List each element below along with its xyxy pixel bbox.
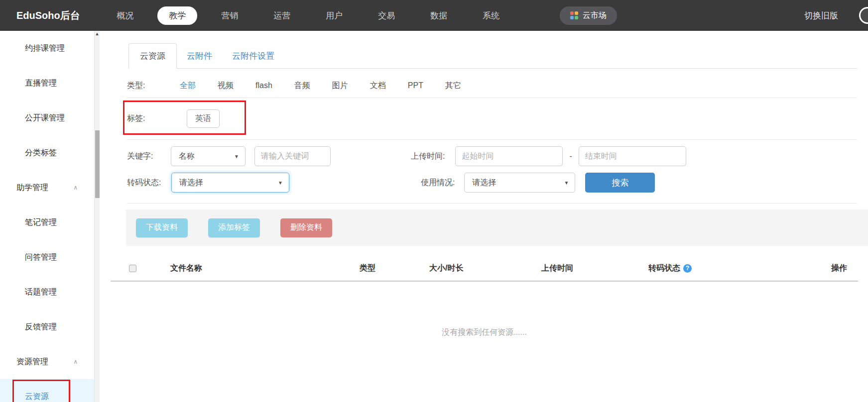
sidebar-group-learning-aid[interactable]: 助学管理∧ <box>0 170 100 205</box>
type-option-image[interactable]: 图片 <box>332 81 348 91</box>
filter-panel: 类型: 全部 视频 flash 音频 图片 文档 PPT 其它 标签: 英语 <box>127 74 857 203</box>
keyword-input[interactable] <box>254 146 331 166</box>
sidebar: 约排课管理 直播管理 公开课管理 分类标签 助学管理∧ 笔记管理 问答管理 话题… <box>0 31 100 402</box>
nav-teaching[interactable]: 教学 <box>151 6 204 25</box>
sidebar-item-booking-management[interactable]: 约排课管理 <box>0 31 100 66</box>
switch-old-version-link[interactable]: 切换旧版 <box>804 10 838 21</box>
tab-cloud-attachments[interactable]: 云附件 <box>177 44 222 68</box>
add-tag-button[interactable]: 添加标签 <box>208 218 260 237</box>
bulk-action-toolbar: 下载资料 添加标签 删除资料 <box>126 209 868 246</box>
tab-bar: 云资源 云附件 云附件设置 <box>128 43 857 69</box>
page: EduSoho后台 概况 教学 营销 运营 用户 交易 数据 系统 云市场 切换… <box>0 0 868 402</box>
start-time-input[interactable] <box>455 146 563 166</box>
collapse-chevron-icon[interactable]: ∧ <box>73 344 78 379</box>
header-checkbox-cell <box>111 265 160 272</box>
divider <box>127 203 857 203</box>
resource-table: 文件名称 类型 大小/时长 上传时间 转码状态 ? 操作 没有搜索到任何资源..… <box>111 256 858 338</box>
brand-logo: EduSoho后台 <box>16 9 80 22</box>
download-resources-button[interactable]: 下载资料 <box>136 218 188 237</box>
type-option-all[interactable]: 全部 <box>180 81 196 91</box>
tag-filter-row: 标签: 英语 <box>127 98 857 139</box>
upload-time-group: 上传时间: - <box>411 146 686 166</box>
scrollbar-thumb[interactable] <box>95 130 100 198</box>
upload-time-label: 上传时间: <box>411 151 445 162</box>
sidebar-item-live-management[interactable]: 直播管理 <box>0 66 100 100</box>
type-option-flash[interactable]: flash <box>255 81 272 90</box>
sidebar-menu: 约排课管理 直播管理 公开课管理 分类标签 助学管理∧ 笔记管理 问答管理 话题… <box>0 31 100 402</box>
keyword-filter-label: 关键字: <box>127 151 169 162</box>
type-filter-row: 类型: 全部 视频 flash 音频 图片 文档 PPT 其它 <box>127 74 857 98</box>
divider <box>127 139 857 140</box>
nav-operations[interactable]: 运营 <box>256 10 308 21</box>
nav-marketing[interactable]: 营销 <box>204 10 256 21</box>
caret-down-icon: ▼ <box>278 180 283 186</box>
cloud-market-button[interactable]: 云市场 <box>560 6 617 25</box>
tag-chip-english[interactable]: 英语 <box>187 109 220 128</box>
header-type: 类型 <box>345 263 414 274</box>
sidebar-item-category-tags[interactable]: 分类标签 <box>0 135 100 170</box>
nav-system[interactable]: 系统 <box>465 10 517 21</box>
transcode-status-select[interactable]: 请选择 ▼ <box>171 173 289 193</box>
end-time-input[interactable] <box>579 146 686 166</box>
table-header-row: 文件名称 类型 大小/时长 上传时间 转码状态 ? 操作 <box>111 256 858 282</box>
caret-down-icon: ▼ <box>564 180 569 186</box>
search-button[interactable]: 搜索 <box>585 173 655 193</box>
select-all-checkbox[interactable] <box>129 265 136 272</box>
nav-overview[interactable]: 概况 <box>99 10 151 21</box>
delete-resources-button[interactable]: 删除资料 <box>280 218 332 237</box>
collapse-chevron-icon[interactable]: ∧ <box>73 170 78 205</box>
sidebar-item-cloud-resources[interactable]: 云资源 <box>0 379 94 402</box>
type-option-other[interactable]: 其它 <box>445 81 461 91</box>
sidebar-group-resource-management[interactable]: 资源管理∧ <box>0 344 100 379</box>
nav-transactions[interactable]: 交易 <box>361 10 413 21</box>
header-upload-time: 上传时间 <box>526 263 633 274</box>
keyword-field-select[interactable]: 名称 ▼ <box>171 146 246 166</box>
keyword-filter-row: 关键字: 名称 ▼ 上传时间: - <box>127 146 857 166</box>
usage-group: 使用情况: 请选择 ▼ 搜索 <box>421 173 655 193</box>
header-size-duration: 大小/时长 <box>414 263 526 274</box>
sidebar-scrollbar[interactable]: ▲ <box>94 31 100 402</box>
type-filter-label: 类型: <box>127 81 169 91</box>
sidebar-item-qa-management[interactable]: 问答管理 <box>0 240 100 275</box>
topbar: EduSoho后台 概况 教学 营销 运营 用户 交易 数据 系统 云市场 切换… <box>0 0 868 31</box>
tab-cloud-resources[interactable]: 云资源 <box>128 43 177 69</box>
time-range-dash: - <box>569 152 572 161</box>
sidebar-item-opencourse-management[interactable]: 公开课管理 <box>0 100 100 135</box>
market-grid-icon <box>570 11 578 19</box>
type-option-audio[interactable]: 音频 <box>294 81 310 91</box>
type-options: 全部 视频 flash 音频 图片 文档 PPT 其它 <box>180 81 461 91</box>
transcode-filter-row: 转码状态: 请选择 ▼ 使用情况: 请选择 ▼ 搜索 <box>127 173 857 193</box>
nav-data[interactable]: 数据 <box>413 10 465 21</box>
nav-users[interactable]: 用户 <box>308 10 361 21</box>
usage-select[interactable]: 请选择 ▼ <box>464 173 575 193</box>
type-option-ppt[interactable]: PPT <box>408 81 423 90</box>
sidebar-item-topic-management[interactable]: 话题管理 <box>0 275 100 309</box>
empty-state-text: 没有搜索到任何资源...... <box>111 327 858 338</box>
transcode-status-label: 转码状态: <box>127 178 169 188</box>
sidebar-item-feedback-management[interactable]: 反馈管理 <box>0 309 100 344</box>
sidebar-item-notes-management[interactable]: 笔记管理 <box>0 205 100 240</box>
cloud-market-label: 云市场 <box>583 10 607 21</box>
nav-teaching-active-pill[interactable]: 教学 <box>157 6 197 25</box>
type-option-video[interactable]: 视频 <box>218 81 234 91</box>
help-icon[interactable]: ? <box>683 264 692 273</box>
header-operations: 操作 <box>778 263 858 274</box>
tag-filter-label: 标签: <box>127 113 169 124</box>
caret-down-icon: ▼ <box>234 154 239 159</box>
header-file-name: 文件名称 <box>160 263 345 274</box>
top-navigation: 概况 教学 营销 运营 用户 交易 数据 系统 <box>99 6 517 25</box>
type-option-document[interactable]: 文档 <box>370 81 386 91</box>
tab-cloud-attachment-settings[interactable]: 云附件设置 <box>222 44 284 68</box>
usage-label: 使用情况: <box>421 178 455 188</box>
main-content: 云资源 云附件 云附件设置 类型: 全部 视频 flash 音频 图片 文档 P… <box>100 31 868 402</box>
user-avatar[interactable] <box>859 7 868 24</box>
header-transcode-status: 转码状态 ? <box>633 263 778 274</box>
scrollbar-up-arrow-icon[interactable]: ▲ <box>95 31 100 36</box>
